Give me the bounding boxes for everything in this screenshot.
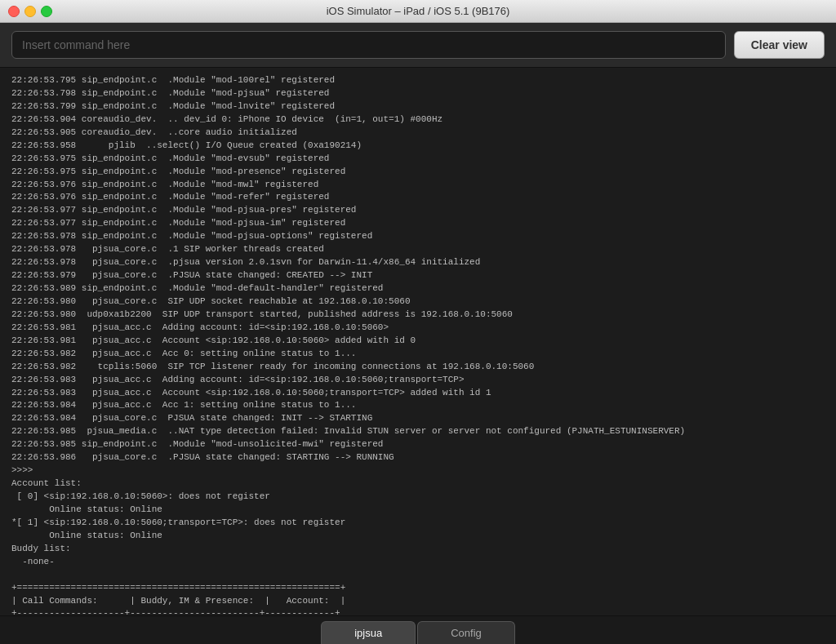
title-bar: iOS Simulator – iPad / iOS 5.1 (9B176) [0, 0, 836, 23]
clear-view-button[interactable]: Clear view [734, 31, 825, 59]
console-output: 22:26:53.795 sip_endpoint.c .Module "mod… [11, 74, 825, 615]
toolbar: Clear view [0, 23, 836, 68]
tab-ipjsua[interactable]: ipjsua [321, 621, 416, 644]
window-controls[interactable] [8, 6, 52, 17]
command-input[interactable] [11, 31, 726, 59]
close-button[interactable] [8, 6, 20, 17]
console-area[interactable]: 22:26:53.795 sip_endpoint.c .Module "mod… [0, 68, 836, 615]
app-container: Clear view 22:26:53.795 sip_endpoint.c .… [0, 23, 836, 644]
maximize-button[interactable] [41, 6, 52, 17]
tab-config[interactable]: Config [417, 621, 515, 644]
minimize-button[interactable] [24, 6, 36, 17]
window-title: iOS Simulator – iPad / iOS 5.1 (9B176) [327, 5, 510, 17]
tab-bar: ipjsua Config [0, 616, 836, 644]
bottom-area: ipjsua Config [0, 615, 836, 644]
